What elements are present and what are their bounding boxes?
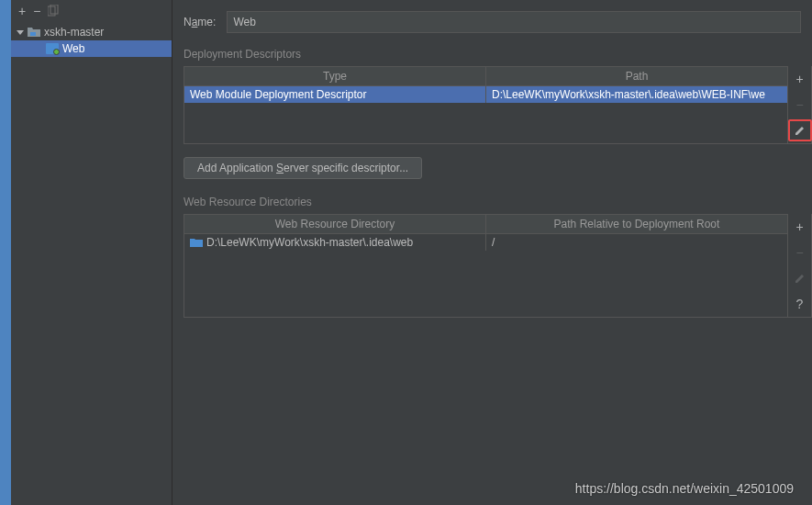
resources-section-label: Web Resource Directories — [184, 192, 812, 214]
folder-icon — [190, 238, 203, 248]
resources-side-buttons: + − ? — [788, 214, 812, 318]
col-dir[interactable]: Web Resource Directory — [184, 215, 486, 233]
expand-icon — [17, 30, 24, 35]
name-input[interactable] — [227, 11, 801, 33]
resources-table-wrap: Web Resource Directory Path Relative to … — [184, 214, 812, 318]
table-row[interactable]: Web Module Deployment Descriptor D:\LeeW… — [184, 86, 787, 103]
descriptors-table-wrap: Type Path Web Module Deployment Descript… — [184, 66, 812, 144]
tree-root-xskh-master[interactable]: xskh-master — [11, 24, 172, 40]
add-server-descriptor-row: Add Application Server specific descript… — [184, 152, 812, 192]
edit-icon[interactable] — [788, 267, 812, 289]
descriptors-section-label: Deployment Descriptors — [184, 44, 812, 66]
web-facet-icon — [46, 43, 59, 54]
selection-strip — [0, 0, 11, 505]
col-rel[interactable]: Path Relative to Deployment Root — [486, 215, 787, 233]
resources-header: Web Resource Directory Path Relative to … — [184, 215, 787, 234]
watermark: https://blog.csdn.net/weixin_42501009 — [575, 481, 794, 496]
help-icon[interactable]: ? — [788, 293, 812, 315]
descriptors-table[interactable]: Type Path Web Module Deployment Descript… — [184, 66, 788, 144]
sidebar-toolbar: + − — [11, 0, 172, 22]
svg-rect-2 — [30, 32, 36, 36]
module-tree: xskh-master Web — [11, 22, 172, 59]
tree-child-web[interactable]: Web — [11, 40, 172, 57]
descriptors-header: Type Path — [184, 67, 787, 86]
copy-icon[interactable] — [48, 5, 60, 18]
tree-label: xskh-master — [44, 26, 104, 39]
cell-dir: D:\LeeWK\myWork\xskh-master\.idea\web — [184, 234, 486, 251]
edit-icon[interactable] — [788, 119, 812, 141]
main-panel: Name: Deployment Descriptors Type Path W… — [172, 0, 812, 505]
table-row[interactable]: D:\LeeWK\myWork\xskh-master\.idea\web / — [184, 234, 787, 251]
remove-icon[interactable]: − — [33, 5, 40, 17]
remove-icon[interactable]: − — [788, 94, 812, 116]
add-icon[interactable]: + — [788, 68, 812, 90]
cell-path: D:\LeeWK\myWork\xskh-master\.idea\web\WE… — [486, 86, 787, 103]
folder-icon — [28, 27, 40, 38]
resources-body: D:\LeeWK\myWork\xskh-master\.idea\web / — [184, 234, 787, 317]
sidebar: + − xskh-master Web — [11, 0, 172, 505]
col-type[interactable]: Type — [184, 67, 486, 85]
name-label: Name: — [184, 16, 216, 28]
add-server-descriptor-button[interactable]: Add Application Server specific descript… — [184, 157, 422, 179]
add-icon[interactable]: + — [788, 216, 812, 238]
descriptors-side-buttons: + − — [788, 66, 812, 144]
tree-label: Web — [62, 42, 84, 55]
col-path[interactable]: Path — [486, 67, 787, 85]
resources-table[interactable]: Web Resource Directory Path Relative to … — [184, 214, 788, 318]
add-icon[interactable]: + — [18, 5, 26, 17]
descriptors-body: Web Module Deployment Descriptor D:\LeeW… — [184, 86, 787, 143]
cell-rel: / — [486, 234, 787, 251]
remove-icon[interactable]: − — [788, 241, 812, 264]
cell-type: Web Module Deployment Descriptor — [184, 86, 486, 103]
name-row: Name: — [184, 7, 812, 44]
